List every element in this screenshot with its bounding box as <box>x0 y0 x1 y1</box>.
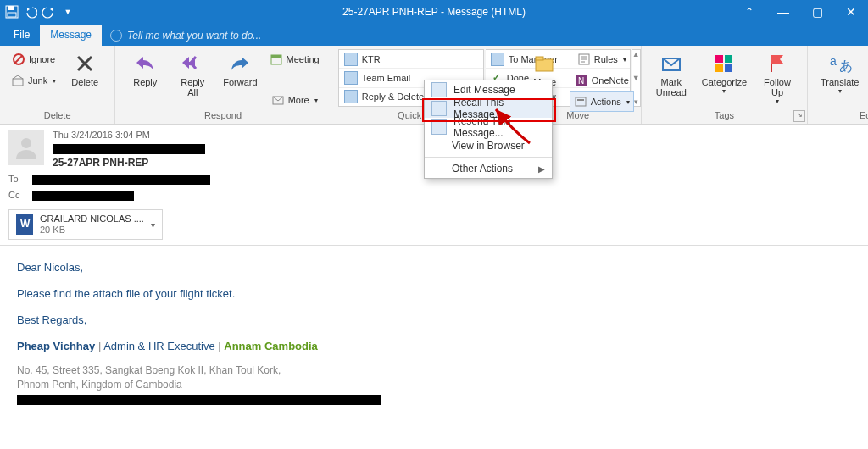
translate-icon: aあ <box>828 52 852 75</box>
attachment-name: GRAILARD NICOLAS .... <box>40 213 144 224</box>
svg-rect-5 <box>13 79 23 86</box>
flag-icon <box>765 52 789 75</box>
svg-rect-2 <box>8 13 16 17</box>
rules-icon <box>577 53 591 66</box>
edit-icon <box>431 82 447 97</box>
follow-up-button[interactable]: Follow Up▾ <box>754 49 800 108</box>
delete-button[interactable]: Delete <box>62 49 108 90</box>
actions-button[interactable]: Actions▾ <box>570 91 634 112</box>
svg-rect-16 <box>576 97 586 106</box>
maximize-button[interactable]: ▢ <box>800 0 834 24</box>
minimize-button[interactable]: — <box>766 0 800 24</box>
svg-rect-11 <box>536 59 553 71</box>
categorize-button[interactable]: Categorize▾ <box>696 49 753 97</box>
signature-role: Admin & HR Executive <box>103 340 215 352</box>
svg-rect-1 <box>8 6 14 10</box>
signature-addr2: Phnom Penh, Kingdom of Cambodia <box>17 378 851 391</box>
ignore-icon <box>12 53 25 66</box>
to-value <box>32 174 210 185</box>
reply-all-icon <box>181 52 204 75</box>
svg-rect-21 <box>715 64 723 72</box>
undo-icon[interactable] <box>24 5 37 19</box>
signature-name: Pheap Vichhay <box>17 340 95 352</box>
categorize-icon <box>712 52 736 75</box>
title-bar: ▼ 25-27APR PNH-REP - Message (HTML) ⌃ — … <box>0 0 868 24</box>
svg-rect-17 <box>577 99 584 101</box>
qat-dropdown-icon[interactable]: ▼ <box>61 5 75 19</box>
redo-icon[interactable] <box>42 5 56 19</box>
more-icon <box>271 93 285 107</box>
svg-rect-22 <box>725 64 732 72</box>
onenote-icon: N <box>575 74 588 87</box>
close-button[interactable]: ✕ <box>834 0 868 24</box>
ribbon-group-editing: aあTranslate▾ Find Related▾ Select▾ Editi… <box>808 46 868 124</box>
signature-addr1: No. 45, Street 335, Sangkat Boeng Kok II… <box>17 363 851 377</box>
mark-unread-button[interactable]: Mark Unread <box>648 49 694 100</box>
tab-file[interactable]: File <box>3 25 40 46</box>
mail-icon <box>344 71 358 85</box>
body-line1: Please find the attach file of your flig… <box>17 285 851 303</box>
submenu-arrow-icon: ▶ <box>538 164 545 174</box>
ribbon-options-button[interactable]: ⌃ <box>732 0 766 24</box>
group-title-editing: Editing <box>815 110 868 122</box>
meeting-icon <box>270 53 283 66</box>
svg-rect-20 <box>725 55 732 63</box>
actions-icon <box>574 95 587 108</box>
translate-button[interactable]: aあTranslate▾ <box>815 49 865 97</box>
svg-text:あ: あ <box>839 58 852 73</box>
junk-icon <box>11 74 25 87</box>
onenote-button[interactable]: NOneNote <box>570 70 634 91</box>
move-folder-icon <box>533 52 557 75</box>
tab-message[interactable]: Message <box>40 25 102 46</box>
svg-rect-9 <box>271 55 281 58</box>
svg-text:a: a <box>830 54 837 68</box>
menu-other-actions[interactable]: Other Actions▶ <box>425 159 552 178</box>
reply-all-button[interactable]: Reply All <box>170 49 215 100</box>
svg-line-4 <box>15 56 22 63</box>
signature-company: Annam Cambodia <box>224 340 318 352</box>
forward-button[interactable]: Forward <box>217 49 263 90</box>
rules-button[interactable]: Rules▾ <box>570 49 634 69</box>
body-regards: Best Regards, <box>17 312 851 330</box>
ribbon-group-delete: Ignore Junk▾ Delete Delete <box>0 46 115 124</box>
mail-icon <box>491 53 504 66</box>
word-file-icon <box>16 214 33 235</box>
group-title-delete: Delete <box>7 110 108 122</box>
meeting-button[interactable]: Meeting <box>265 49 324 69</box>
delete-icon <box>73 52 97 75</box>
group-title-tags: Tags <box>648 110 800 122</box>
ignore-button[interactable]: Ignore <box>7 49 60 69</box>
message-body: Dear Nicolas, Please find the attach fil… <box>8 246 860 419</box>
actions-dropdown: Edit Message Recall This Message... Rese… <box>424 80 553 179</box>
menu-resend-message[interactable]: Resend This Message... <box>425 118 552 136</box>
signature-redacted <box>17 395 381 405</box>
ribbon-group-tags: Mark Unread Categorize▾ Follow Up▾ Tags … <box>642 46 808 124</box>
ribbon-group-respond: Reply Reply All Forward Meeting More▾ Re… <box>115 46 331 124</box>
svg-point-31 <box>21 138 31 148</box>
reply-button[interactable]: Reply <box>122 49 168 90</box>
body-greeting: Dear Nicolas, <box>17 259 851 277</box>
attachment-dropdown-icon[interactable]: ▾ <box>151 220 155 230</box>
reply-delete-icon <box>344 90 358 103</box>
svg-rect-19 <box>715 55 723 63</box>
menu-view-browser[interactable]: View in Browser <box>425 136 552 155</box>
tell-me-placeholder: Tell me what you want to do... <box>127 30 261 42</box>
svg-rect-12 <box>536 57 543 60</box>
reply-icon <box>133 52 157 75</box>
forward-icon <box>228 52 252 75</box>
mark-unread-icon <box>659 52 683 75</box>
attachment-item[interactable]: GRAILARD NICOLAS .... 20 KB ▾ <box>8 209 163 240</box>
tell-me-search[interactable]: Tell me what you want to do... <box>102 25 270 46</box>
save-icon[interactable] <box>5 5 19 19</box>
attachment-size: 20 KB <box>40 224 65 235</box>
cc-label: Cc <box>8 190 24 201</box>
menu-tabs: File Message Tell me what you want to do… <box>0 24 868 46</box>
dialog-launcher-tags[interactable]: ↘ <box>793 110 805 122</box>
junk-button[interactable]: Junk▾ <box>7 70 60 91</box>
more-respond-button[interactable]: More▾ <box>265 90 324 110</box>
recall-icon <box>431 101 447 116</box>
lightbulb-icon <box>110 30 122 42</box>
group-title-respond: Respond <box>122 110 323 122</box>
svg-text:N: N <box>578 76 584 86</box>
resend-icon <box>431 119 447 135</box>
